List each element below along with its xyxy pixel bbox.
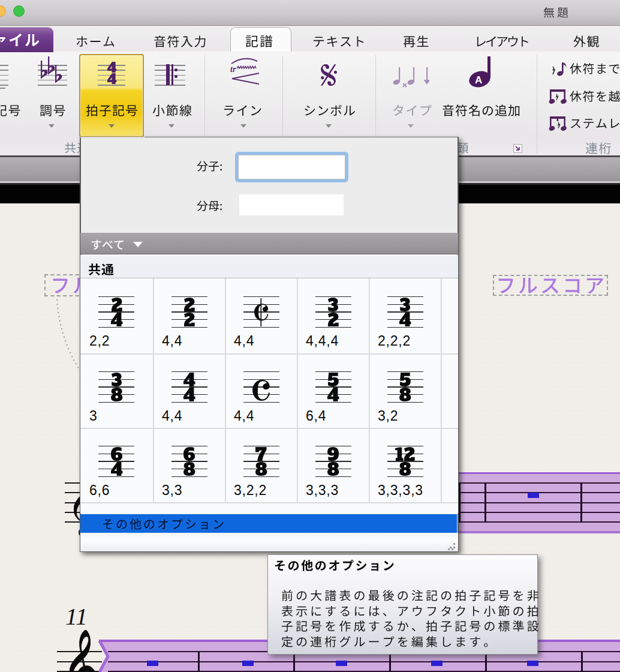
svg-text:A: A [475,74,482,86]
svg-text:tr: tr [230,65,236,74]
